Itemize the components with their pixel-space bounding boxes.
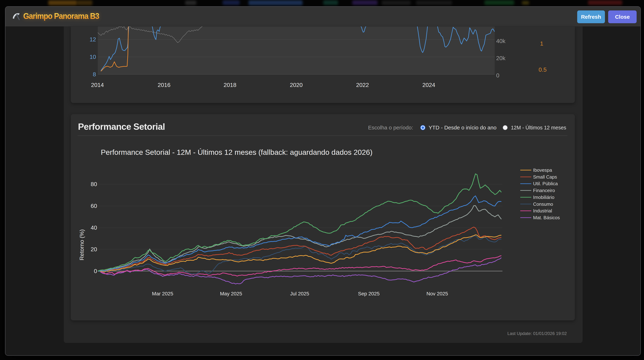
svg-text:8: 8	[93, 71, 96, 78]
svg-text:Sep 2025: Sep 2025	[358, 291, 380, 297]
svg-text:0: 0	[496, 72, 500, 79]
svg-text:40: 40	[90, 224, 97, 231]
svg-text:0.5: 0.5	[539, 66, 546, 73]
svg-text:60: 60	[90, 203, 97, 209]
svg-text:2020: 2020	[290, 82, 302, 88]
svg-text:Ibovespa: Ibovespa	[533, 167, 552, 173]
svg-text:2016: 2016	[158, 82, 170, 88]
svg-text:Retorno (%): Retorno (%)	[78, 229, 85, 261]
svg-text:Financeiro: Financeiro	[533, 188, 555, 193]
svg-text:80: 80	[90, 181, 97, 187]
svg-text:Mar 2025: Mar 2025	[152, 291, 173, 297]
svg-text:Performance Setorial - 12M - Ú: Performance Setorial - 12M - Últimos 12 …	[101, 148, 372, 156]
svg-text:10: 10	[90, 54, 96, 60]
svg-text:Nov 2025: Nov 2025	[426, 291, 448, 297]
svg-text:Small Caps: Small Caps	[533, 174, 557, 180]
svg-text:Industrial: Industrial	[533, 208, 552, 214]
svg-text:2022: 2022	[356, 82, 369, 88]
svg-text:Consumo: Consumo	[533, 201, 553, 207]
svg-text:40k: 40k	[496, 38, 506, 44]
svg-text:1: 1	[540, 40, 543, 47]
svg-text:20: 20	[90, 246, 97, 253]
svg-text:2018: 2018	[224, 82, 236, 88]
svg-text:Util. Pública: Util. Pública	[533, 181, 558, 186]
svg-text:Imobiliário: Imobiliário	[533, 195, 554, 200]
svg-text:May 2025: May 2025	[220, 291, 242, 297]
svg-text:0: 0	[94, 268, 97, 274]
svg-text:20k: 20k	[496, 55, 506, 61]
svg-text:2024: 2024	[422, 82, 435, 88]
svg-text:Mat. Básicos: Mat. Básicos	[533, 215, 560, 220]
svg-text:12: 12	[90, 36, 96, 43]
svg-text:2014: 2014	[91, 82, 104, 88]
svg-text:Jul 2025: Jul 2025	[290, 291, 309, 297]
